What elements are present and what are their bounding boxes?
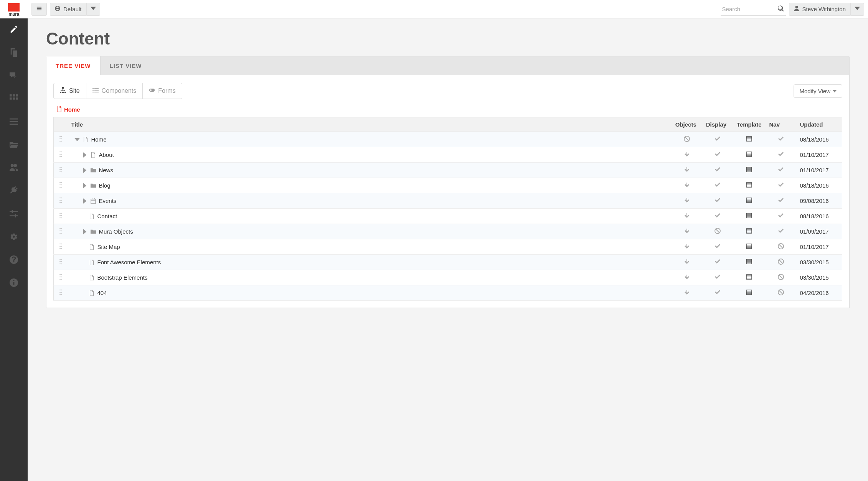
tree-row[interactable]: Blog08/18/2016	[54, 178, 842, 193]
row-title: Home	[91, 136, 107, 143]
brand-logo[interactable]: mura	[0, 0, 28, 18]
col-template[interactable]: Template	[733, 117, 766, 132]
tab-list-view[interactable]: LIST VIEW	[101, 56, 151, 75]
drag-handle-icon[interactable]	[59, 244, 62, 250]
sidebar-item-plugins[interactable]	[0, 180, 28, 203]
tree-row[interactable]: 40404/20/2016	[54, 285, 842, 301]
globe-icon	[55, 6, 60, 12]
site-selector-caret[interactable]	[86, 3, 100, 16]
sidebar-item-files[interactable]	[0, 133, 28, 156]
filter-site[interactable]: Site	[54, 83, 86, 99]
user-menu[interactable]: Steve Withington	[789, 3, 864, 16]
col-title[interactable]: Title	[68, 117, 672, 132]
ban-icon	[778, 259, 784, 266]
sidebar-item-content[interactable]	[0, 18, 28, 41]
sidebar-item-users[interactable]	[0, 156, 28, 180]
row-updated: 01/10/2017	[796, 239, 842, 255]
drag-handle-icon[interactable]	[59, 152, 62, 158]
col-updated[interactable]: Updated	[796, 117, 842, 132]
row-title: Font Awesome Elements	[97, 259, 161, 265]
check-icon	[778, 183, 784, 189]
row-title: Site Map	[97, 244, 120, 250]
sidebar: mura	[0, 0, 28, 481]
view-tabs: TREE VIEWLIST VIEW	[46, 56, 850, 75]
drag-handle-icon[interactable]	[59, 213, 62, 220]
check-icon	[715, 275, 721, 281]
expand-caret-icon[interactable]	[82, 198, 87, 204]
check-icon	[778, 213, 784, 220]
tree-row[interactable]: Bootstrap Elements03/30/2015	[54, 270, 842, 285]
tree-row[interactable]: Home08/18/2016	[54, 132, 842, 147]
sidebar-item-lists[interactable]	[0, 110, 28, 133]
drag-handle-icon[interactable]	[59, 229, 62, 235]
row-updated: 04/20/2016	[796, 285, 842, 301]
drag-handle-icon[interactable]	[59, 198, 62, 204]
sidebar-item-copy[interactable]	[0, 41, 28, 64]
filter-forms[interactable]: Forms	[143, 83, 182, 99]
drag-handle-icon[interactable]	[59, 259, 62, 266]
caret-down-icon	[855, 6, 860, 12]
tree-row[interactable]: Site Map01/10/2017	[54, 239, 842, 255]
expand-caret-icon[interactable]	[82, 168, 87, 173]
sidebar-item-settings[interactable]	[0, 203, 28, 226]
site-selector-button[interactable]: Default	[50, 3, 86, 16]
col-objects[interactable]: Objects	[672, 117, 702, 132]
user-menu-button[interactable]: Steve Withington	[789, 3, 850, 16]
layout-icon	[746, 259, 752, 266]
drag-handle-icon[interactable]	[59, 275, 62, 281]
breadcrumb[interactable]: Home	[56, 106, 842, 113]
sitemap-icon	[60, 87, 66, 95]
drag-handle-icon[interactable]	[59, 290, 62, 297]
filter-label: Components	[102, 87, 137, 94]
tree-row[interactable]: News01/10/2017	[54, 163, 842, 178]
row-updated: 01/10/2017	[796, 147, 842, 163]
tree-row[interactable]: Contact08/18/2016	[54, 209, 842, 224]
tree-row[interactable]: Font Awesome Elements03/30/2015	[54, 255, 842, 270]
expand-caret-icon[interactable]	[74, 137, 80, 142]
sidebar-item-modules[interactable]	[0, 87, 28, 110]
info-icon	[10, 278, 18, 288]
row-title: Mura Objects	[99, 228, 133, 235]
layout-icon	[746, 152, 752, 158]
col-nav[interactable]: Nav	[766, 117, 796, 132]
search-icon[interactable]	[777, 5, 784, 13]
sidebar-item-help[interactable]	[0, 249, 28, 272]
page-icon	[83, 137, 88, 142]
layout-icon	[746, 244, 752, 250]
drag-handle-icon[interactable]	[59, 167, 62, 174]
site-selector[interactable]: Default	[50, 3, 100, 16]
row-title: About	[99, 152, 114, 158]
users-icon	[10, 163, 18, 173]
expand-caret-icon[interactable]	[82, 229, 87, 234]
tree-row[interactable]: About01/10/2017	[54, 147, 842, 163]
tree-row[interactable]: Mura Objects01/09/2017	[54, 224, 842, 239]
sidebar-item-gears[interactable]	[0, 226, 28, 249]
modify-view-button[interactable]: Modify View	[794, 84, 842, 98]
check-icon	[715, 244, 721, 250]
user-menu-caret[interactable]	[850, 3, 864, 16]
hamburger-button[interactable]	[31, 3, 47, 16]
site-selector-label: Default	[63, 6, 82, 12]
row-title: 404	[97, 290, 107, 296]
ban-icon	[684, 137, 690, 143]
drag-handle-icon[interactable]	[59, 137, 62, 143]
tree-row[interactable]: Events09/08/2016	[54, 193, 842, 209]
calendar-icon	[91, 198, 96, 204]
sidebar-item-comments[interactable]	[0, 64, 28, 87]
col-display[interactable]: Display	[702, 117, 733, 132]
ban-icon	[778, 290, 784, 297]
sidebar-item-info[interactable]	[0, 272, 28, 295]
row-updated: 08/18/2016	[796, 132, 842, 147]
expand-caret-icon[interactable]	[82, 183, 87, 188]
layout-icon	[746, 290, 752, 297]
layout-icon	[746, 213, 752, 220]
page-icon	[89, 290, 94, 296]
expand-caret-icon[interactable]	[82, 152, 87, 158]
drag-handle-icon[interactable]	[59, 183, 62, 189]
tab-tree-view[interactable]: TREE VIEW	[46, 56, 101, 75]
toggle-icon	[149, 87, 155, 95]
filter-components[interactable]: Components	[86, 83, 143, 99]
search-input[interactable]	[721, 3, 786, 16]
caret-down-icon	[91, 6, 96, 12]
edit-icon	[10, 25, 18, 35]
